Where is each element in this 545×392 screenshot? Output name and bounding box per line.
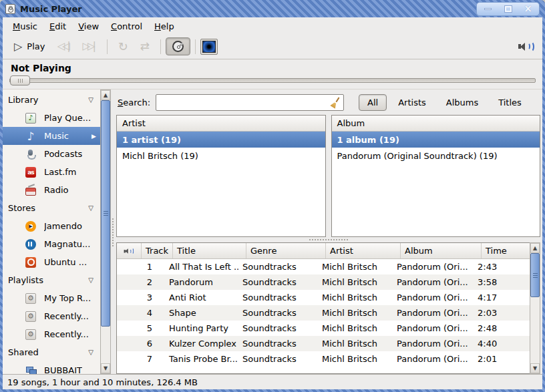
now-playing-status: Not Playing	[11, 63, 534, 73]
statusbar: 19 songs, 1 hour and 10 minutes, 126.4 M…	[3, 374, 542, 389]
title-column-header[interactable]: Title	[173, 243, 246, 258]
track-list-scrollbar[interactable]: ▲ ▼	[530, 242, 540, 374]
scrollbar-thumb[interactable]	[530, 253, 540, 297]
genre-column-header[interactable]: Genre	[246, 243, 326, 258]
sidebar-row[interactable]: Recently... ▶ ▽	[3, 325, 100, 343]
statusbar-text: 19 songs, 1 hour and 10 minutes, 126.4 M…	[7, 377, 198, 387]
menubar: Music Edit View Control Help	[3, 17, 542, 35]
sidebar-row[interactable]: Podcasts ▶ ▽	[3, 145, 100, 163]
headphones-party-mode-icon	[172, 41, 184, 52]
magnatune-icon	[25, 239, 36, 250]
maximize-button[interactable]	[499, 4, 517, 14]
window-controls: ×	[476, 2, 540, 16]
album-column-header[interactable]: Album	[332, 116, 540, 132]
album-row[interactable]: Pandorum (Original Soundtrack) (19)	[332, 148, 540, 164]
song-position-slider[interactable]	[3, 73, 542, 89]
menu-control[interactable]: Control	[105, 19, 148, 33]
shuffle-icon: ⇄	[140, 41, 150, 52]
minimize-button[interactable]	[479, 4, 497, 14]
artist-row[interactable]: Michl Britsch (19)	[117, 148, 325, 164]
previous-button: ◁◁|	[51, 39, 76, 54]
previous-icon: ◁◁|	[57, 41, 70, 51]
toolbar: ▷ Play ◁◁| ▷▷| ↻ ⇄	[3, 35, 542, 59]
filter-button[interactable]: Titles	[490, 94, 530, 111]
visualization-button[interactable]	[200, 39, 218, 55]
album-column-header[interactable]: Album	[401, 243, 482, 258]
section-collapse-icon[interactable]: ▽	[88, 276, 94, 284]
repeat-button[interactable]: ↻	[112, 38, 134, 55]
scrollbar-thumb[interactable]	[101, 100, 110, 327]
next-icon: ▷▷|	[83, 41, 96, 51]
search-input[interactable]	[160, 97, 330, 108]
scroll-down-icon[interactable]: ▼	[101, 363, 110, 373]
menu-help[interactable]: Help	[148, 19, 180, 33]
pane-splitter[interactable]	[111, 89, 115, 374]
slider-track[interactable]	[9, 78, 536, 83]
artist-row[interactable]: 1 artist (19)	[117, 132, 325, 148]
filter-button[interactable]: Albums	[437, 94, 487, 111]
sidebar-row[interactable]: BUBBAIT ▶ ▽	[3, 361, 100, 374]
track-row[interactable]: 5 Hunting Party Soundtracks Michl Britsc…	[117, 321, 530, 336]
track-row[interactable]: 4 Shape Soundtracks Michl Britsch Pandor…	[117, 305, 530, 321]
artist-browser: Artist 1 artist (19) Michl Britsch (19)	[116, 115, 326, 237]
menu-music[interactable]: Music	[7, 19, 43, 33]
track-row[interactable]: 1 All That Is Left ... Soundtracks Michl…	[117, 259, 530, 274]
ubuntu-one-icon	[25, 257, 36, 268]
sidebar-row[interactable]: Radio ▶ ▽	[3, 181, 100, 199]
artist-column-header[interactable]: Artist	[117, 116, 325, 132]
track-table-header: Track Title Genre Artist Album Time	[117, 243, 530, 259]
party-mode-toggle-button[interactable]	[166, 37, 190, 55]
sidebar-row[interactable]: Shared ▶ ▽	[3, 343, 100, 361]
menu-edit[interactable]: Edit	[43, 19, 72, 33]
album-row[interactable]: 1 album (19)	[332, 132, 540, 148]
slider-handle[interactable]	[10, 75, 30, 85]
sidebar-row[interactable]: Last.fm ▶ ▽	[3, 163, 100, 181]
track-row[interactable]: 2 Pandorum Soundtracks Michl Britsch Pan…	[117, 274, 530, 290]
scroll-down-icon[interactable]: ▼	[530, 363, 540, 373]
playlist-gear-icon	[25, 311, 36, 322]
sidebar-row[interactable]: Playlists ▶ ▽	[3, 271, 100, 289]
track-row[interactable]: 7 Tanis Probe Br... Soundtracks Michl Br…	[117, 351, 530, 367]
sidebar-row[interactable]: Music ▶ ▽	[3, 127, 100, 145]
play-queue-icon	[25, 113, 36, 124]
sidebar-row[interactable]: Jamendo ▶ ▽	[3, 217, 100, 235]
section-collapse-icon[interactable]: ▽	[88, 204, 94, 212]
clear-search-broom-icon[interactable]	[329, 97, 341, 108]
radio-icon	[25, 188, 36, 196]
volume-button[interactable]	[518, 41, 537, 52]
sidebar-scrollbar[interactable]: ▲ ▼	[100, 89, 111, 374]
scroll-up-icon[interactable]: ▲	[530, 243, 540, 253]
section-collapse-icon[interactable]: ▽	[88, 349, 94, 356]
library-browsers: Artist 1 artist (19) Michl Britsch (19)	[116, 115, 540, 237]
expander-arrow-icon[interactable]: ▶	[92, 133, 96, 140]
search-box[interactable]	[156, 94, 344, 111]
toolbar-separator	[107, 39, 108, 54]
section-collapse-icon[interactable]: ▽	[88, 96, 94, 104]
playing-column-header[interactable]	[117, 243, 142, 258]
sidebar-row[interactable]: Stores ▶ ▽	[3, 199, 100, 217]
titlebar[interactable]: Music Player ×	[3, 0, 542, 17]
sidebar-row[interactable]: My Top R... ▶ ▽	[3, 289, 100, 307]
repeat-icon: ↻	[118, 41, 128, 53]
browser-splitter[interactable]	[116, 237, 540, 242]
sidebar-row[interactable]: Play Que... ▶ ▽	[3, 109, 100, 127]
shuffle-button[interactable]: ⇄	[134, 38, 156, 55]
time-column-header[interactable]: Time	[482, 243, 530, 258]
sidebar-row[interactable]: Recently... ▶ ▽	[3, 307, 100, 325]
track-list-area: Track Title Genre Artist Album Time 1 Al	[116, 242, 540, 374]
filter-button[interactable]: All	[359, 94, 387, 111]
sidebar-row[interactable]: Ubuntu ... ▶ ▽	[3, 253, 100, 271]
play-button[interactable]: ▷ Play	[8, 39, 51, 55]
filter-button[interactable]: Artists	[389, 94, 435, 111]
artist-column-header[interactable]: Artist	[326, 243, 401, 258]
toolbar-separator	[160, 39, 161, 54]
scroll-up-icon[interactable]: ▲	[101, 90, 110, 100]
visualization-icon	[202, 41, 216, 53]
menu-view[interactable]: View	[72, 19, 105, 33]
sidebar-row[interactable]: Library ▶ ▽	[3, 91, 100, 109]
close-button[interactable]: ×	[519, 4, 537, 14]
sidebar-row[interactable]: Magnatu... ▶ ▽	[3, 235, 100, 253]
track-column-header[interactable]: Track	[142, 243, 173, 258]
track-row[interactable]: 6 Kulzer Complex Soundtracks Michl Brits…	[117, 336, 530, 351]
track-row[interactable]: 3 Anti Riot Soundtracks Michl Britsch Pa…	[117, 290, 530, 305]
